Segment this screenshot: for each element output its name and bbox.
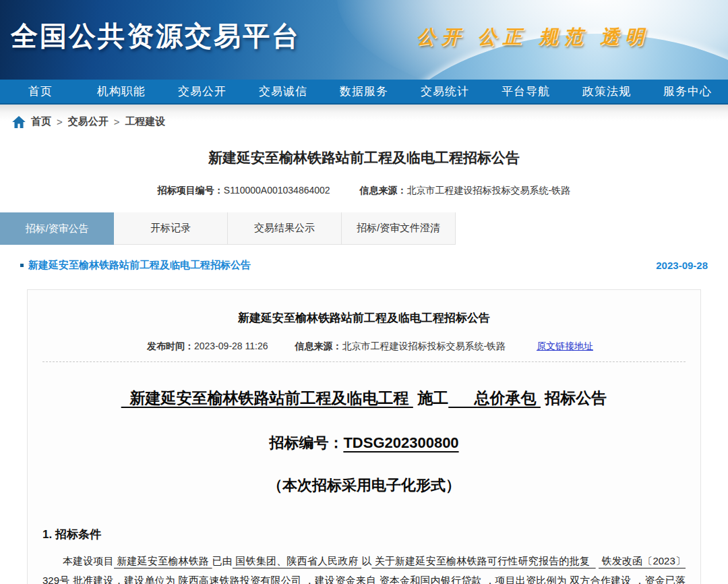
nav-item-trade-integrity[interactable]: 交易诚信 — [243, 84, 324, 99]
underlined-text: 关于新建延安至榆林铁路可行性研究报告的批复 — [371, 555, 595, 566]
breadcrumb-trade-disclosure[interactable]: 交易公开 — [68, 115, 109, 128]
publish-time-label: 发布时间： — [147, 341, 194, 351]
breadcrumb-engineering[interactable]: 工程建设 — [125, 115, 166, 128]
underlined-text: 资本金和国内银行贷款 — [376, 575, 485, 584]
article-title: 新建延安至榆林铁路站前工程及临电工程招标公告 — [42, 310, 686, 326]
article-source-value: 北京市工程建设招标投标交易系统-铁路 — [342, 341, 506, 351]
page-meta: 招标项目编号：S110000A001034864002 信息来源：北京市工程建设… — [0, 185, 728, 197]
article-meta: 发布时间：2023-09-28 11:26 信息来源：北京市工程建设招标投标交易… — [42, 341, 686, 353]
breadcrumb-separator: > — [114, 116, 120, 127]
info-source-label: 信息来源： — [360, 185, 407, 196]
plain-text: ，项目出资比例为 — [485, 575, 567, 584]
nav-item-platform-guide[interactable]: 平台导航 — [485, 84, 566, 99]
nav-item-service-center[interactable]: 服务中心 — [647, 84, 728, 99]
project-number-value: S110000A001034864002 — [224, 185, 330, 196]
underlined-text: 双方合作建设 — [567, 575, 634, 584]
underlined-text: 新建延安至榆林铁路站前工程及临电工程 — [121, 389, 413, 407]
square-bullet-icon — [20, 264, 24, 267]
section-1-title: 1. 招标条件 — [42, 527, 686, 542]
dashed-divider — [42, 361, 686, 362]
page-title: 新建延安至榆林铁路站前工程及临电工程招标公告 — [0, 148, 728, 167]
underlined-text: 陕西高速铁路投资有限公司 — [175, 575, 304, 584]
plain-text: 批准建设，建设单位为 — [73, 575, 175, 584]
plain-text: 施工 — [413, 389, 448, 407]
announcement-list-row: 新建延安至榆林铁路站前工程及临电工程招标公告 2023-09-28 — [20, 259, 708, 272]
main-nav: 首页 机构职能 交易公开 交易诚信 数据服务 交易统计 平台导航 政策法规 服务… — [0, 80, 728, 105]
site-title: 全国公共资源交易平台 — [11, 18, 301, 55]
site-banner: 全国公共资源交易平台 公开 公正 规范 透明 — [0, 0, 728, 80]
breadcrumb-home[interactable]: 首页 — [31, 115, 51, 128]
plain-text: 已由 — [212, 555, 233, 566]
project-number-label: 招标项目编号： — [158, 185, 224, 196]
breadcrumb: 首页 > 交易公开 > 工程建设 — [0, 105, 728, 138]
original-link[interactable]: 原文链接地址 — [537, 341, 593, 351]
electronic-form-note: （本次招标采用电子化形式） — [42, 475, 686, 496]
article-source-label: 信息来源： — [295, 341, 342, 351]
section-1-paragraph: 本建设项目 新建延安至榆林铁路 已由 国铁集团、陕西省人民政府 以 关于新建延安… — [42, 551, 686, 584]
bid-number-value: TDSG202300800 — [343, 434, 458, 451]
article-box: 新建延安至榆林铁路站前工程及临电工程招标公告 发布时间：2023-09-28 1… — [27, 289, 701, 584]
nav-item-trade-statistics[interactable]: 交易统计 — [404, 84, 485, 99]
tab-document-clarification[interactable]: 招标/资审文件澄清 — [342, 212, 456, 245]
info-source: 信息来源：北京市工程建设招标投标交易系统-铁路 — [360, 185, 571, 196]
bid-number-line: 招标编号：TDSG202300800 — [42, 433, 686, 453]
tab-result-publicity[interactable]: 交易结果公示 — [228, 212, 342, 245]
article-source: 信息来源：北京市工程建设招标投标交易系统-铁路 — [295, 341, 508, 351]
document-heading: 新建延安至榆林铁路站前工程及临电工程 施工 总价承包 招标公告 — [42, 388, 686, 409]
publish-time: 发布时间：2023-09-28 11:26 — [147, 341, 270, 351]
announcement-link-label: 新建延安至榆林铁路站前工程及临电工程招标公告 — [28, 259, 251, 272]
nav-item-org-functions[interactable]: 机构职能 — [81, 84, 162, 99]
project-number: 招标项目编号：S110000A001034864002 — [158, 185, 333, 196]
tab-bid-announcement[interactable]: 招标/资审公告 — [0, 212, 114, 245]
tab-opening-record[interactable]: 开标记录 — [114, 212, 228, 245]
nav-item-trade-disclosure[interactable]: 交易公开 — [162, 84, 243, 99]
site-slogan: 公开 公正 规范 透明 — [417, 24, 650, 50]
breadcrumb-separator: > — [57, 116, 63, 127]
home-icon[interactable] — [12, 116, 26, 128]
nav-item-home[interactable]: 首页 — [0, 84, 81, 99]
plain-text: 本建设项目 — [63, 555, 114, 566]
nav-item-data-services[interactable]: 数据服务 — [324, 84, 404, 99]
plain-text: 以 — [361, 555, 371, 566]
underlined-text: 总价承包 — [448, 389, 541, 407]
plain-text: 招标公告 — [541, 389, 607, 407]
underlined-text: 国铁集团、陕西省人民政府 — [233, 555, 361, 566]
underlined-text: 新建延安至榆林铁路 — [114, 555, 212, 566]
announcement-date: 2023-09-28 — [656, 260, 708, 271]
announcement-link[interactable]: 新建延安至榆林铁路站前工程及临电工程招标公告 — [20, 259, 251, 272]
info-source-value: 北京市工程建设招标投标交易系统-铁路 — [407, 185, 571, 196]
bid-number-label: 招标编号： — [269, 434, 343, 451]
publish-time-value: 2023-09-28 11:26 — [194, 341, 268, 351]
tab-bar: 招标/资审公告 开标记录 交易结果公示 招标/资审文件澄清 — [0, 212, 728, 245]
nav-item-policies[interactable]: 政策法规 — [566, 84, 647, 99]
plain-text: ，建设资金来自 — [305, 575, 377, 584]
